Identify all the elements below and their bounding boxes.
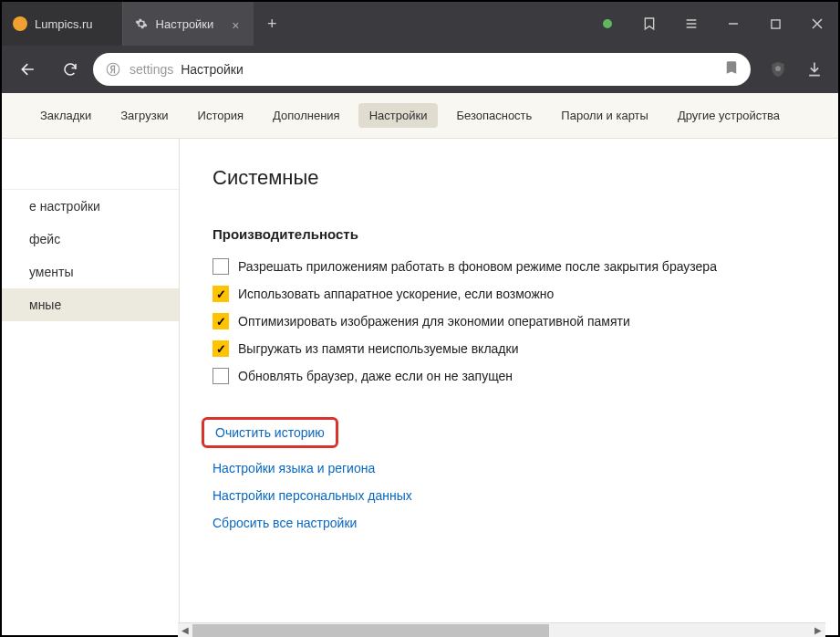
settings-main: Системные Производительность Разрешать п… <box>180 139 838 635</box>
address-bar[interactable]: settings Настройки <box>93 53 751 86</box>
horizontal-scrollbar[interactable]: ◀ ▶ <box>178 622 825 637</box>
checkbox-hw-accel[interactable] <box>213 286 229 302</box>
bookmark-icon[interactable] <box>723 59 740 79</box>
window-controls <box>586 2 838 46</box>
subnav-downloads[interactable]: Загрузки <box>109 103 179 128</box>
subnav-devices[interactable]: Другие устройства <box>667 103 791 128</box>
sidebar-item[interactable]: фейс <box>2 223 179 256</box>
subnav-security[interactable]: Безопасность <box>445 103 543 128</box>
link-personal-data[interactable]: Настройки персональных данных <box>213 488 412 503</box>
page-title: Системные <box>213 166 805 190</box>
subnav-settings[interactable]: Настройки <box>358 103 439 128</box>
address-prefix: settings <box>130 62 173 77</box>
checkbox-unload-tabs[interactable] <box>213 340 229 357</box>
downloads-icon[interactable] <box>798 53 831 86</box>
subnav-history[interactable]: История <box>187 103 254 128</box>
checkbox-label: Обновлять браузер, даже если он не запущ… <box>238 369 513 383</box>
address-text: settings Настройки <box>130 62 244 77</box>
checkbox-label: Выгружать из памяти неиспользуемые вклад… <box>238 341 518 356</box>
close-icon[interactable]: × <box>232 18 243 29</box>
address-page: Настройки <box>181 62 244 77</box>
menu-icon[interactable] <box>670 2 712 46</box>
toolbar: settings Настройки <box>2 46 838 93</box>
reload-button[interactable] <box>51 51 89 88</box>
tab-favicon <box>13 16 27 31</box>
sidebar-item[interactable]: е настройки <box>2 190 179 223</box>
scroll-right-icon[interactable]: ▶ <box>811 623 825 638</box>
sidebar-item-system[interactable]: мные <box>2 288 179 321</box>
subnav-passwords[interactable]: Пароли и карты <box>550 103 659 128</box>
link-reset-settings[interactable]: Сбросить все настройки <box>213 516 357 530</box>
minimize-button[interactable] <box>712 2 754 46</box>
status-indicator <box>586 2 628 46</box>
checkbox-bg-apps[interactable] <box>213 258 229 275</box>
group-title: Производительность <box>213 226 805 242</box>
new-tab-button[interactable]: + <box>254 2 290 46</box>
link-language-region[interactable]: Настройки языка и региона <box>213 461 375 475</box>
checkbox-row: Выгружать из памяти неиспользуемые вклад… <box>213 340 805 357</box>
checkbox-row: Оптимизировать изображения для экономии … <box>213 313 805 329</box>
settings-sidebar: е настройки фейс ументы мные <box>2 139 180 635</box>
checkbox-optimize-img[interactable] <box>213 313 229 329</box>
back-button[interactable] <box>9 51 47 88</box>
checkbox-row: Разрешать приложениям работать в фоновом… <box>213 258 805 275</box>
checkbox-label: Разрешать приложениям работать в фоновом… <box>238 259 717 274</box>
tab-title: Настройки <box>156 17 214 31</box>
svg-point-2 <box>775 66 781 71</box>
titlebar: Lumpics.ru Настройки × + <box>2 2 838 46</box>
sidebar-item[interactable]: ументы <box>2 256 179 288</box>
close-window-button[interactable] <box>796 2 838 46</box>
maximize-button[interactable] <box>754 2 796 46</box>
toolbar-extensions <box>762 53 831 86</box>
svg-rect-0 <box>771 19 779 27</box>
scrollbar-thumb[interactable] <box>192 624 549 637</box>
subnav-bookmarks[interactable]: Закладки <box>29 103 102 128</box>
scroll-left-icon[interactable]: ◀ <box>178 623 192 638</box>
checkbox-label: Использовать аппаратное ускорение, если … <box>238 287 554 301</box>
sidebar-search[interactable] <box>2 146 179 190</box>
settings-tabs: Закладки Загрузки История Дополнения Нас… <box>2 93 838 139</box>
checkbox-update-closed[interactable] <box>213 368 229 384</box>
link-clear-history[interactable]: Очистить историю <box>202 417 338 448</box>
gear-icon <box>134 16 149 31</box>
yandex-icon <box>104 60 122 78</box>
tab-lumpics[interactable]: Lumpics.ru <box>2 2 123 46</box>
content-area: е настройки фейс ументы мные Системные П… <box>2 139 838 635</box>
subnav-addons[interactable]: Дополнения <box>262 103 351 128</box>
checkbox-label: Оптимизировать изображения для экономии … <box>238 314 630 329</box>
action-links: Очистить историю Настройки языка и регио… <box>213 417 805 530</box>
ublock-icon[interactable] <box>762 53 794 86</box>
bookmarks-panel-icon[interactable] <box>628 2 670 46</box>
checkbox-row: Использовать аппаратное ускорение, если … <box>213 286 805 302</box>
checkbox-row: Обновлять браузер, даже если он не запущ… <box>213 368 805 384</box>
tab-settings[interactable]: Настройки × <box>123 2 254 46</box>
tab-title: Lumpics.ru <box>35 17 93 31</box>
